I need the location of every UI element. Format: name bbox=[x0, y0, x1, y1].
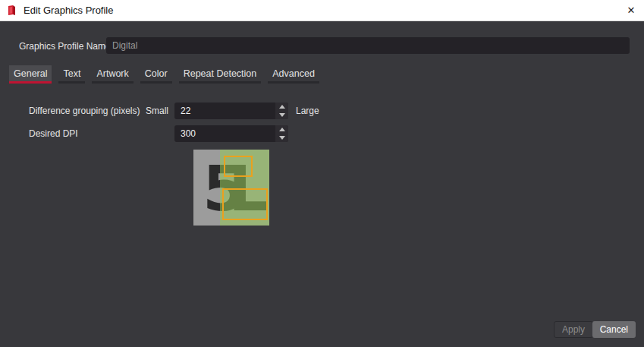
tab-bar: General Text Artwork Color Repeat Detect… bbox=[9, 65, 319, 84]
difference-grouping-spinbox bbox=[174, 103, 288, 119]
tab-text[interactable]: Text bbox=[58, 65, 85, 84]
desired-dpi-spinner bbox=[275, 125, 288, 142]
spinner-down-icon[interactable] bbox=[275, 111, 288, 119]
profile-preview-image: 5 L bbox=[193, 150, 269, 226]
preview-detection-box-1 bbox=[224, 156, 253, 177]
tab-repeat-detection[interactable]: Repeat Detection bbox=[179, 65, 262, 84]
profile-name-label: Graphics Profile Name bbox=[19, 41, 111, 52]
tab-artwork[interactable]: Artwork bbox=[92, 65, 133, 84]
difference-grouping-label: Difference grouping (pixels) bbox=[29, 106, 140, 116]
spinner-up-icon[interactable] bbox=[275, 103, 288, 111]
difference-grouping-input[interactable] bbox=[174, 103, 275, 119]
desired-dpi-input[interactable] bbox=[174, 125, 275, 142]
small-label: Small bbox=[146, 106, 168, 116]
titlebar: Edit Graphics Profile ✕ bbox=[0, 0, 644, 21]
spinner-down-icon[interactable] bbox=[275, 134, 288, 142]
desired-dpi-label: Desired DPI bbox=[29, 128, 78, 139]
close-icon[interactable]: ✕ bbox=[618, 0, 644, 21]
desired-dpi-spinbox bbox=[174, 125, 288, 142]
difference-grouping-spinner bbox=[275, 103, 288, 119]
edit-graphics-profile-dialog: Edit Graphics Profile ✕ Graphics Profile… bbox=[0, 0, 644, 347]
window-title: Edit Graphics Profile bbox=[24, 5, 114, 16]
tab-color[interactable]: Color bbox=[140, 65, 172, 84]
spinner-up-icon[interactable] bbox=[275, 125, 288, 134]
tab-advanced[interactable]: Advanced bbox=[268, 65, 319, 84]
app-logo-icon bbox=[6, 5, 18, 17]
large-label: Large bbox=[296, 106, 319, 116]
apply-button[interactable]: Apply bbox=[554, 321, 593, 338]
profile-name-input[interactable] bbox=[106, 37, 630, 54]
preview-detection-box-2 bbox=[222, 188, 268, 220]
tab-general[interactable]: General bbox=[9, 65, 52, 84]
cancel-button[interactable]: Cancel bbox=[592, 321, 636, 338]
